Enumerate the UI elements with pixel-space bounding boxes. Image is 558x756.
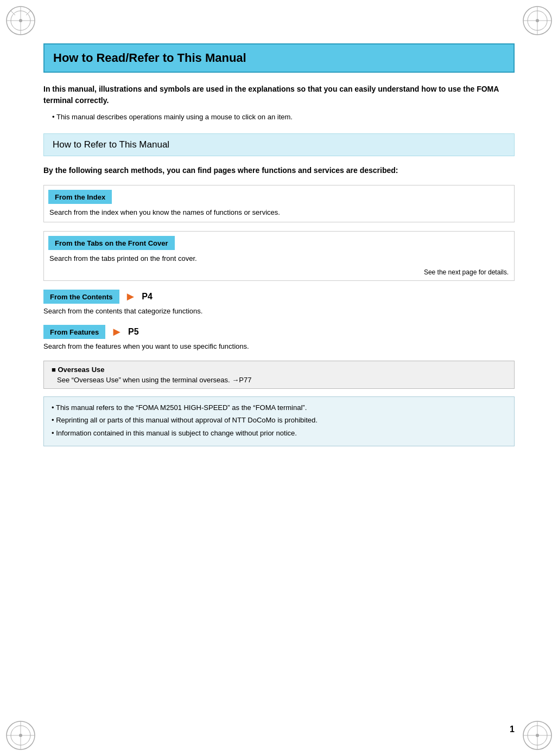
method-contents-row: From the Contents ► P4 [43,290,515,304]
method-features-page-ref: P5 [128,327,139,337]
svg-point-16 [19,734,22,737]
method-index-label: From the Index [55,193,105,201]
corner-decoration-br [521,719,554,752]
corner-decoration-bl [4,719,37,752]
method-tabs-header: From the Tabs on the Front Cover [48,236,175,250]
content-area: How to Read/Refer to This Manual In this… [43,43,515,446]
intro-bold-text: In this manual, illustrations and symbol… [43,84,515,106]
corner-decoration-tr [521,4,554,37]
method-contents-header: From the Contents [43,290,119,304]
method-contents-desc: Search from the contents that categorize… [43,306,515,317]
svg-point-21 [536,734,539,737]
arrow-icon-features: ► [111,325,123,339]
corner-decoration-tl [4,4,37,37]
method-tabs-desc: Search from the tabs printed on the fron… [44,250,514,268]
method-tabs: From the Tabs on the Front Cover Search … [43,231,515,281]
main-title-box: How to Read/Refer to This Manual [43,43,515,73]
method-features-row: From Features ► P5 [43,325,515,339]
overseas-text: See “Overseas Use” when using the termin… [52,376,506,384]
note-item-2: Reprinting all or parts of this manual w… [52,415,506,426]
page-number: 1 [510,725,515,734]
intro-bullet-text: This manual describes operations mainly … [52,112,515,123]
method-features: From Features ► P5 Search from the featu… [43,325,515,352]
method-contents-label: From the Contents [50,293,113,301]
overseas-title: Overseas Use [52,366,506,374]
main-title: How to Read/Refer to This Manual [53,51,505,65]
page-container: How to Read/Refer to This Manual In this… [0,0,558,756]
search-description: By the following search methods, you can… [43,165,515,176]
notes-box: This manual refers to the “FOMA M2501 HI… [43,396,515,447]
svg-point-11 [536,19,539,22]
method-index: From the Index Search from the index whe… [43,185,515,223]
method-contents: From the Contents ► P4 Search from the c… [43,290,515,317]
section-header-box: How to Refer to This Manual [43,133,515,156]
method-tabs-note: See the next page for details. [44,268,514,280]
method-index-header: From the Index [48,190,112,204]
method-features-desc: Search from the features when you want t… [43,341,515,352]
method-features-label: From Features [50,328,99,336]
svg-point-4 [19,19,22,22]
note-item-1: This manual refers to the “FOMA M2501 HI… [52,402,506,413]
note-item-3: Information contained in this manual is … [52,428,506,439]
method-contents-page-ref: P4 [142,292,153,302]
arrow-icon-contents: ► [125,290,137,304]
overseas-box: Overseas Use See “Overseas Use” when usi… [43,361,515,389]
method-features-header: From Features [43,325,105,339]
section-header-text: How to Refer to This Manual [53,139,505,150]
method-tabs-label: From the Tabs on the Front Cover [55,239,168,247]
method-index-desc: Search from the index when you know the … [44,204,514,222]
